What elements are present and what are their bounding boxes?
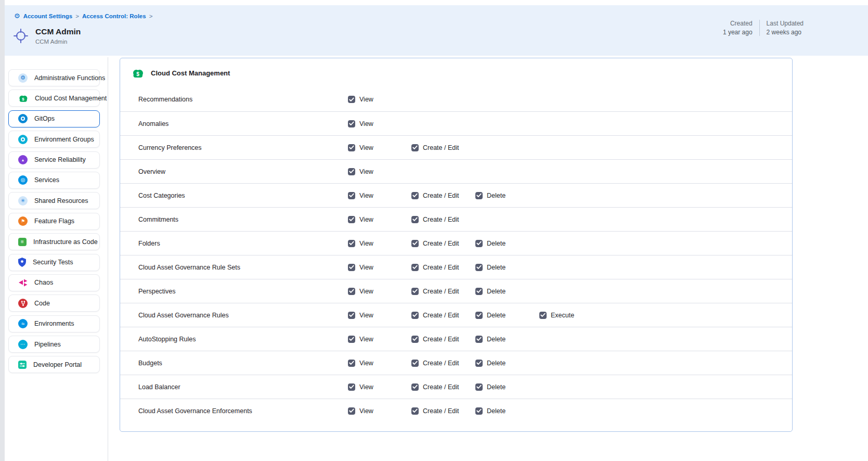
permission-cell-view: View <box>348 407 411 415</box>
permission-label: Delete <box>487 288 506 295</box>
checked-checkbox-icon[interactable] <box>475 288 483 295</box>
window-edge <box>0 0 5 461</box>
permission-label: View <box>359 312 373 319</box>
checked-checkbox-icon[interactable] <box>475 383 483 391</box>
checked-checkbox-icon[interactable] <box>475 192 483 199</box>
checked-checkbox-icon[interactable] <box>348 360 355 367</box>
permission-row-folders: FoldersViewCreate / EditDelete <box>120 231 792 255</box>
breadcrumb-access-control-roles[interactable]: Access Control: Roles <box>82 13 146 19</box>
checked-checkbox-icon[interactable] <box>348 264 355 271</box>
checked-checkbox-icon[interactable] <box>411 144 419 151</box>
permission-cell-delete: Delete <box>475 288 539 295</box>
permission-cell-delete: Delete <box>475 192 539 199</box>
checked-checkbox-icon[interactable] <box>411 192 419 199</box>
checked-checkbox-icon[interactable] <box>348 216 355 223</box>
chaos-icon <box>18 278 28 287</box>
meta-divider <box>759 20 760 36</box>
checked-checkbox-icon[interactable] <box>348 168 355 175</box>
sidebar-item-environments[interactable]: ≈Environments <box>8 315 100 332</box>
sidebar-item-chaos[interactable]: Chaos <box>8 274 100 291</box>
checked-checkbox-icon[interactable] <box>348 120 355 127</box>
resource-label: Budgets <box>138 360 348 367</box>
code-icon <box>18 299 28 308</box>
checked-checkbox-icon[interactable] <box>348 336 355 343</box>
checked-checkbox-icon[interactable] <box>411 216 419 223</box>
permission-label: View <box>359 288 373 295</box>
checked-checkbox-icon[interactable] <box>475 336 483 343</box>
checked-checkbox-icon[interactable] <box>348 240 355 247</box>
permission-cell-delete: Delete <box>475 383 539 391</box>
checked-checkbox-icon[interactable] <box>348 288 355 295</box>
checked-checkbox-icon[interactable] <box>475 360 483 367</box>
permission-label: View <box>359 383 373 391</box>
checked-checkbox-icon[interactable] <box>348 312 355 319</box>
environments-icon: ≈ <box>18 319 28 328</box>
sidebar-item-administrative-functions[interactable]: ⚙Administrative Functions <box>8 69 100 86</box>
permission-label: Delete <box>487 192 506 199</box>
resource-label: Perspectives <box>138 288 348 295</box>
checked-checkbox-icon[interactable] <box>475 264 483 271</box>
permission-row-load-balancer: Load BalancerViewCreate / EditDelete <box>120 375 792 399</box>
permission-cell-view: View <box>348 144 411 151</box>
sidebar-item-label: Environment Groups <box>34 136 94 143</box>
sidebar-item-label: Pipelines <box>34 341 61 348</box>
permission-row-cloud-asset-governance-enforcements: Cloud Asset Governance EnforcementsViewC… <box>120 399 792 422</box>
permission-cell-view: View <box>348 168 411 175</box>
iac-icon: ≡ <box>18 238 27 246</box>
created-label: Created <box>723 20 753 27</box>
permission-cell-delete: Delete <box>475 264 539 271</box>
checked-checkbox-icon[interactable] <box>348 96 355 103</box>
checked-checkbox-icon[interactable] <box>348 192 355 199</box>
permission-cell-delete: Delete <box>475 360 539 367</box>
permission-row-cost-categories: Cost CategoriesViewCreate / EditDelete <box>120 183 792 207</box>
checked-checkbox-icon[interactable] <box>411 360 419 367</box>
permission-label: View <box>359 144 373 151</box>
sidebar-item-feature-flags[interactable]: ⚑Feature Flags <box>8 213 100 230</box>
sidebar-item-security-tests[interactable]: Security Tests <box>8 254 100 271</box>
sidebar-item-service-reliability[interactable]: ▲Service Reliability <box>8 151 100 169</box>
breadcrumb-account-settings[interactable]: Account Settings <box>23 13 73 19</box>
checked-checkbox-icon[interactable] <box>411 407 419 415</box>
permission-row-recommendations: RecommendationsView <box>120 87 792 111</box>
checked-checkbox-icon[interactable] <box>411 383 419 391</box>
resource-label: Recommendations <box>138 96 348 103</box>
resource-label: Overview <box>138 168 348 175</box>
sidebar-item-code[interactable]: Code <box>8 294 100 312</box>
checked-checkbox-icon[interactable] <box>475 240 483 247</box>
checked-checkbox-icon[interactable] <box>411 240 419 247</box>
environment-groups-icon <box>18 135 28 144</box>
sidebar-item-shared-resources[interactable]: ✳Shared Resources <box>8 192 100 209</box>
permission-cell-delete: Delete <box>475 336 539 343</box>
checked-checkbox-icon[interactable] <box>411 312 419 319</box>
checked-checkbox-icon[interactable] <box>348 144 355 151</box>
sidebar-item-environment-groups[interactable]: Environment Groups <box>8 131 100 148</box>
sidebar-item-pipelines[interactable]: ⋯Pipelines <box>8 336 100 353</box>
developer-portal-icon <box>18 361 27 369</box>
permission-label: Create / Edit <box>423 288 459 295</box>
last-updated-value: 2 weeks ago <box>767 29 804 36</box>
permission-label: Create / Edit <box>423 383 459 391</box>
checked-checkbox-icon[interactable] <box>411 288 419 295</box>
permission-label: View <box>359 264 373 271</box>
cloud-dollar-icon: $ <box>18 95 28 102</box>
sidebar-item-cloud-cost-management[interactable]: $Cloud Cost Management <box>8 89 100 107</box>
checked-checkbox-icon[interactable] <box>475 407 483 415</box>
sidebar-item-label: Service Reliability <box>34 156 86 163</box>
permission-label: View <box>359 336 373 343</box>
checked-checkbox-icon[interactable] <box>348 383 355 391</box>
sidebar-item-infrastructure-as-code[interactable]: ≡Infrastructure as Code <box>8 233 100 250</box>
resource-label: Cloud Asset Governance Rules <box>138 312 348 319</box>
permission-label: View <box>359 240 373 247</box>
resource-label: Cost Categories <box>138 192 348 199</box>
checked-checkbox-icon[interactable] <box>539 312 547 319</box>
sidebar-item-label: Infrastructure as Code <box>33 238 98 246</box>
checked-checkbox-icon[interactable] <box>348 407 355 415</box>
checked-checkbox-icon[interactable] <box>411 336 419 343</box>
permission-cell-view: View <box>348 312 411 319</box>
sidebar-item-services[interactable]: ◎Services <box>8 172 100 189</box>
checked-checkbox-icon[interactable] <box>411 264 419 271</box>
sidebar-item-developer-portal[interactable]: Developer Portal <box>8 356 100 373</box>
sidebar-item-gitops[interactable]: GitOps <box>8 110 100 127</box>
checked-checkbox-icon[interactable] <box>475 312 483 319</box>
permission-label: Create / Edit <box>423 144 459 151</box>
